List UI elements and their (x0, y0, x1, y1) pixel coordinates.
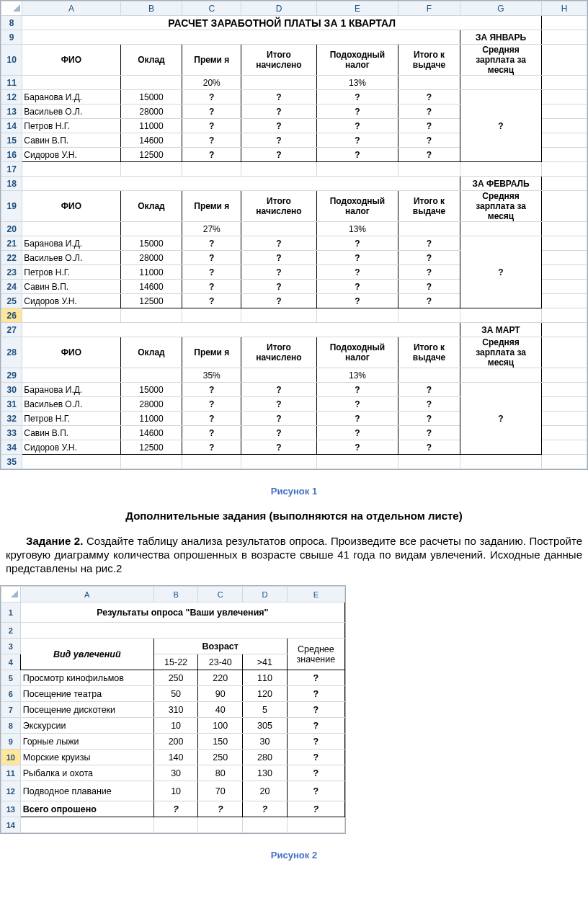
row-header[interactable]: 21 (1, 236, 22, 251)
cell[interactable] (398, 222, 460, 236)
row-header[interactable]: 12 (1, 781, 21, 801)
row-header[interactable]: 11 (1, 76, 22, 90)
cell[interactable] (22, 323, 460, 337)
th-oklad[interactable]: Оклад (120, 191, 182, 222)
person-name[interactable]: Петров Н.Г. (22, 265, 120, 280)
avg-cell[interactable]: ? (460, 90, 541, 162)
th-vozrast[interactable]: Возраст (153, 639, 287, 654)
q[interactable]: ? (316, 440, 398, 455)
cell[interactable] (22, 368, 120, 383)
cell[interactable] (398, 162, 460, 177)
q[interactable]: ? (316, 294, 398, 308)
prem-pct[interactable]: 27% (182, 222, 241, 236)
row-header[interactable]: 4 (1, 654, 21, 670)
person-name[interactable]: Савин В.П. (22, 280, 120, 294)
row-header[interactable]: 2 (1, 623, 21, 639)
q[interactable]: ? (316, 90, 398, 105)
cell[interactable] (22, 455, 120, 469)
person-name[interactable]: Баранова И.Д. (22, 236, 120, 251)
cell[interactable] (542, 222, 587, 236)
q[interactable]: ? (398, 426, 460, 440)
val[interactable]: 250 (198, 750, 243, 765)
q[interactable]: ? (316, 105, 398, 119)
q[interactable]: ? (243, 801, 288, 817)
cell[interactable] (542, 397, 587, 412)
q[interactable]: ? (182, 236, 241, 251)
th-vid[interactable]: Вид увлечений (20, 639, 153, 670)
month-label[interactable]: ЗА ЯНВАРЬ (460, 30, 541, 45)
val[interactable]: 10 (153, 781, 198, 801)
val[interactable]: 30 (153, 765, 198, 781)
val[interactable]: 80 (198, 765, 243, 781)
q[interactable]: ? (241, 440, 317, 455)
q[interactable]: ? (287, 750, 344, 765)
row-header[interactable]: 19 (1, 191, 22, 222)
q[interactable]: ? (241, 265, 317, 280)
q[interactable]: ? (241, 280, 317, 294)
person-name[interactable]: Петров Н.Г. (22, 119, 120, 133)
cell[interactable] (542, 308, 587, 323)
q[interactable]: ? (398, 294, 460, 308)
q[interactable]: ? (182, 440, 241, 455)
th-oklad[interactable]: Оклад (120, 45, 182, 76)
cell[interactable] (542, 368, 587, 383)
cell[interactable] (182, 455, 241, 469)
col-header[interactable]: D (243, 587, 288, 603)
q[interactable]: ? (182, 280, 241, 294)
row-header-selected[interactable]: 26 (1, 308, 22, 323)
cell[interactable] (120, 76, 182, 90)
q[interactable]: ? (241, 90, 317, 105)
row-header[interactable]: 33 (1, 426, 22, 440)
cell[interactable] (182, 308, 241, 323)
person-name[interactable]: Сидоров У.Н. (22, 148, 120, 162)
q[interactable]: ? (241, 105, 317, 119)
q[interactable]: ? (316, 426, 398, 440)
q[interactable]: ? (182, 265, 241, 280)
hobby-name[interactable]: Подводное плавание (20, 781, 153, 801)
q[interactable]: ? (153, 801, 198, 817)
hobby-name[interactable]: Просмотр кинофильмов (20, 670, 153, 686)
hobby-name[interactable]: Посещение театра (20, 686, 153, 702)
row-header[interactable]: 27 (1, 323, 22, 337)
q[interactable]: ? (182, 105, 241, 119)
q[interactable]: ? (182, 412, 241, 426)
cell[interactable] (22, 30, 460, 45)
row-header[interactable]: 28 (1, 337, 22, 368)
cell[interactable] (542, 280, 587, 294)
cell[interactable] (542, 236, 587, 251)
excel-grid-1[interactable]: A B C D E F G H 8 РАСЧЕТ ЗАРАБОТНОЙ ПЛАТ… (1, 1, 587, 469)
q[interactable]: ? (182, 397, 241, 412)
th-sred[interactable]: Средняя зарплата за месяц (460, 45, 541, 76)
q[interactable]: ? (398, 90, 460, 105)
row-header[interactable]: 7 (1, 702, 21, 718)
hobby-name[interactable]: Посещение дискотеки (20, 702, 153, 718)
row-header[interactable]: 13 (1, 801, 21, 817)
q[interactable]: ? (398, 280, 460, 294)
cell[interactable] (542, 337, 587, 368)
q[interactable]: ? (241, 397, 317, 412)
row-header[interactable]: 23 (1, 265, 22, 280)
row-header[interactable]: 14 (1, 119, 22, 133)
oklad[interactable]: 15000 (120, 236, 182, 251)
q[interactable]: ? (398, 383, 460, 397)
cell[interactable] (398, 455, 460, 469)
oklad[interactable]: 12500 (120, 440, 182, 455)
th-itogo-v[interactable]: Итого к выдаче (398, 191, 460, 222)
sheet-title[interactable]: РАСЧЕТ ЗАРАБОТНОЙ ПЛАТЫ ЗА 1 КВАРТАЛ (22, 16, 542, 30)
q[interactable]: ? (182, 426, 241, 440)
q[interactable]: ? (398, 412, 460, 426)
row-header-selected[interactable]: 10 (1, 750, 21, 765)
cell[interactable] (120, 368, 182, 383)
col-header[interactable]: E (316, 1, 398, 16)
table2-title[interactable]: Результаты опроса "Ваши увлечения" (20, 603, 344, 623)
q[interactable]: ? (287, 801, 344, 817)
cell[interactable] (20, 623, 344, 639)
col-header[interactable]: B (120, 1, 182, 16)
val[interactable]: 10 (153, 718, 198, 734)
row-header[interactable]: 9 (1, 734, 21, 750)
cell[interactable] (120, 222, 182, 236)
th-prem[interactable]: Преми я (182, 45, 241, 76)
q[interactable]: ? (287, 670, 344, 686)
q[interactable]: ? (398, 397, 460, 412)
col-header[interactable]: C (198, 587, 243, 603)
